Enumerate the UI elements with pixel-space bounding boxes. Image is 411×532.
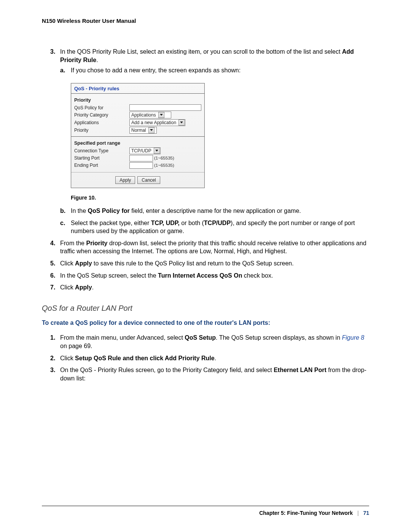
step-4-text: From the Priority drop-down list, select… xyxy=(60,240,366,255)
figure-8-link[interactable]: Figure 8 xyxy=(342,334,365,341)
apply-button[interactable]: Apply xyxy=(115,176,135,184)
input-ending-port[interactable] xyxy=(129,162,153,169)
step-3a-letter: a. xyxy=(60,66,65,75)
step-6-text: In the QoS Setup screen, select the Turn… xyxy=(60,272,273,279)
svg-marker-1 xyxy=(180,121,183,123)
step-5-text: Click Apply to save this rule to the QoS… xyxy=(60,260,294,267)
hint-starting-port: (1~65535) xyxy=(154,155,174,161)
chevron-down-icon xyxy=(148,127,155,133)
lan-step-1-num: 1. xyxy=(50,334,55,342)
step-7-num: 7. xyxy=(50,283,55,292)
step-3-text: In the QOS Priority Rule List, select an… xyxy=(60,48,354,63)
lan-step-1: 1. From the main menu, under Advanced, s… xyxy=(42,334,369,350)
step-3b: b. In the QoS Policy for field, enter a … xyxy=(60,207,369,215)
chevron-down-icon xyxy=(158,112,164,118)
footer-page-number: 71 xyxy=(363,510,369,516)
step-3b-text: In the QoS Policy for field, enter a des… xyxy=(71,208,301,214)
select-priority-category[interactable]: Applications xyxy=(129,112,171,118)
figure-caption: Figure 10. xyxy=(71,194,369,201)
step-3a: a. If you chose to add a new entry, the … xyxy=(60,66,369,201)
hint-ending-port: (1~65535) xyxy=(154,163,174,169)
footer-chapter: Chapter 5: Fine-Tuning Your Network xyxy=(259,510,353,516)
chevron-down-icon xyxy=(178,120,185,126)
select-applications[interactable]: Add a new Application xyxy=(129,119,185,126)
lan-step-2: 2. Click Setup QoS Rule and then click A… xyxy=(42,354,369,363)
lan-step-2-text: Click Setup QoS Rule and then click Add … xyxy=(60,355,216,361)
step-3b-letter: b. xyxy=(60,207,65,215)
panel-title: QoS - Priority rules xyxy=(71,83,204,93)
panel-section-port-range: Specified port range Connection Type TCP… xyxy=(71,139,204,171)
footer-separator: | xyxy=(354,510,362,516)
lan-step-3-text: On the QoS - Priority Rules screen, go t… xyxy=(60,367,366,382)
cancel-button[interactable]: Cancel xyxy=(137,176,160,184)
step-7: 7. Click Apply. xyxy=(42,283,369,292)
step-3c: c. Select the packet type, either TCP, U… xyxy=(60,219,369,235)
lan-step-2-num: 2. xyxy=(50,354,55,363)
panel-divider-2 xyxy=(71,136,204,137)
label-starting-port: Starting Port xyxy=(74,155,129,161)
step-6-num: 6. xyxy=(50,272,55,280)
figure-10: QoS - Priority rules Priority QoS Policy… xyxy=(71,83,369,201)
label-qos-policy-for: QoS Policy for xyxy=(74,105,129,111)
chevron-down-icon xyxy=(154,148,160,154)
step-3c-text: Select the packet type, either TCP, UDP,… xyxy=(71,220,355,235)
section-heading-lan: QoS for a Router LAN Port xyxy=(42,303,369,313)
panel-section-priority: Priority QoS Policy for Priority Categor… xyxy=(71,96,204,136)
input-starting-port[interactable] xyxy=(129,155,153,161)
svg-marker-0 xyxy=(160,114,163,116)
step-4: 4. From the Priority drop-down list, sel… xyxy=(42,239,369,256)
step-6: 6. In the QoS Setup screen, select the T… xyxy=(42,272,369,280)
step-4-num: 4. xyxy=(50,239,55,248)
label-applications: Applications xyxy=(74,120,129,126)
step-3-num: 3. xyxy=(50,48,55,56)
label-priority-category: Priority Category xyxy=(74,112,129,118)
step-5: 5. Click Apply to save this rule to the … xyxy=(42,259,369,268)
manual-title: N150 Wireless Router User Manual xyxy=(42,18,369,24)
page-footer: Chapter 5: Fine-Tuning Your Network | 71 xyxy=(42,506,369,516)
section1-title: Priority xyxy=(74,97,129,104)
select-priority[interactable]: Normal xyxy=(129,127,157,134)
step-3a-text: If you chose to add a new entry, the scr… xyxy=(71,67,241,73)
step-7-text: Click Apply. xyxy=(60,284,94,291)
label-ending-port: Ending Port xyxy=(74,162,129,168)
label-priority: Priority xyxy=(74,127,129,133)
lan-step-1-text: From the main menu, under Advanced, sele… xyxy=(60,334,364,349)
main-content: 3. In the QOS Priority Rule List, select… xyxy=(42,48,369,382)
label-connection-type: Connection Type xyxy=(74,148,129,154)
panel-divider xyxy=(71,93,204,94)
step-5-num: 5. xyxy=(50,259,55,268)
select-connection-type[interactable]: TCP/UDP xyxy=(129,147,161,154)
step-3: 3. In the QOS Priority Rule List, select… xyxy=(42,48,369,235)
lan-step-3: 3. On the QoS - Priority Rules screen, g… xyxy=(42,366,369,382)
input-qos-policy-for[interactable] xyxy=(129,104,201,111)
subheading-lan: To create a QoS policy for a device conn… xyxy=(42,319,369,327)
svg-marker-2 xyxy=(150,129,153,131)
qos-priority-rules-panel: QoS - Priority rules Priority QoS Policy… xyxy=(71,83,205,188)
panel-button-row: Apply Cancel xyxy=(71,172,204,188)
lan-step-3-num: 3. xyxy=(50,366,55,374)
step-3c-letter: c. xyxy=(60,219,65,227)
svg-marker-3 xyxy=(155,150,158,152)
section2-title: Specified port range xyxy=(74,140,120,147)
